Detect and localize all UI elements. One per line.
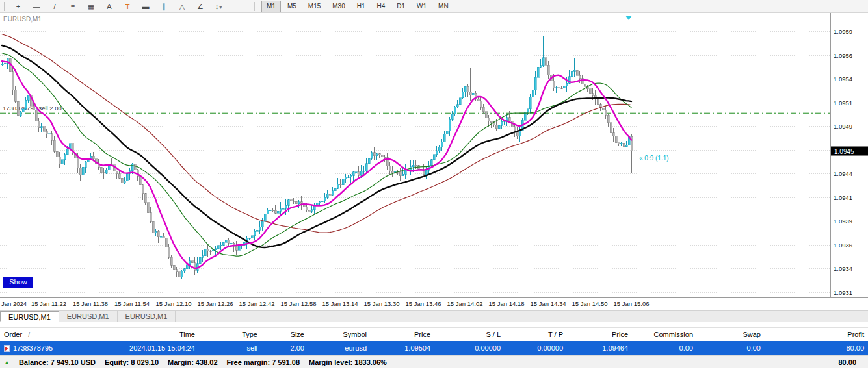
timeframe-m30-button[interactable]: M30 <box>327 1 350 12</box>
chevron-down-icon: ▾ <box>219 5 222 10</box>
svg-text:1.0956: 1.0956 <box>834 52 852 59</box>
svg-text:15 Jan 14:34: 15 Jan 14:34 <box>531 300 566 307</box>
show-button[interactable]: Show <box>3 277 33 288</box>
col-open-price[interactable]: Price <box>371 331 434 338</box>
candles <box>1 36 633 285</box>
cell-profit: 80.00 <box>765 344 868 352</box>
timeframe-h1-button[interactable]: H1 <box>352 1 371 12</box>
chart-area[interactable]: 1.09591.09561.09541.09511.09491.09461.09… <box>0 13 868 310</box>
cell-type: sell <box>199 344 261 352</box>
horizontal-line-icon[interactable]: — <box>28 1 45 12</box>
col-commission[interactable]: Commission <box>632 331 697 338</box>
col-sl[interactable]: S / L <box>434 331 505 338</box>
col-symbol[interactable]: Symbol <box>308 331 371 338</box>
svg-text:1.0936: 1.0936 <box>834 242 852 249</box>
margin-level-text: Margin level: 1833.06% <box>309 359 387 366</box>
svg-text:15 Jan 13:30: 15 Jan 13:30 <box>364 300 400 307</box>
spread-annotation: « 0:9 (1.1) <box>639 155 669 162</box>
svg-text:15 Jan 13:46: 15 Jan 13:46 <box>406 300 441 307</box>
col-profit[interactable]: Profit <box>765 331 868 338</box>
col-size[interactable]: Size <box>261 331 308 338</box>
trade-table: Order / Time Type Size Symbol Price S / … <box>0 327 868 355</box>
cell-current-price: 1.09464 <box>567 344 632 352</box>
sell-position-icon <box>4 345 10 352</box>
timeframe-mn-button[interactable]: MN <box>433 1 454 12</box>
grid <box>0 32 830 293</box>
shift-marker-icon[interactable] <box>625 16 632 20</box>
toolbar-drag-handle[interactable] <box>3 2 6 11</box>
svg-text:15 Jan 11:22: 15 Jan 11:22 <box>31 300 66 307</box>
price-axis: 1.09591.09561.09541.09511.09491.09461.09… <box>834 28 852 296</box>
cell-size: 2.00 <box>261 344 308 352</box>
timeframe-w1-button[interactable]: W1 <box>412 1 432 12</box>
col-time[interactable]: Time <box>90 331 199 338</box>
svg-text:15 Jan 12:42: 15 Jan 12:42 <box>239 300 275 307</box>
sell-order-label: 1738378795 sell 2.00 <box>3 105 62 112</box>
timeframe-h4-button[interactable]: H4 <box>372 1 391 12</box>
chart-symbol-label: EURUSD,M1 <box>3 16 42 23</box>
svg-text:1.0941: 1.0941 <box>834 194 852 201</box>
col-type[interactable]: Type <box>199 331 261 338</box>
timeframe-m1-button[interactable]: M1 <box>261 1 281 12</box>
open-position-row[interactable]: 1738378795 2024.01.15 15:04:24 sell 2.00… <box>0 341 868 355</box>
cell-symbol: eurusd <box>308 344 371 352</box>
toolbar-separator <box>254 2 255 11</box>
arrows-icon[interactable]: ↕▾ <box>210 1 227 12</box>
svg-text:15 Jan 15:06: 15 Jan 15:06 <box>614 300 650 307</box>
equity-text: Equity: 8 029.10 <box>105 359 159 366</box>
rectangle-icon[interactable]: ▬ <box>137 1 154 12</box>
svg-text:1.0931: 1.0931 <box>834 289 852 296</box>
col-swap[interactable]: Swap <box>697 331 765 338</box>
table-gap <box>0 322 868 327</box>
svg-text:15 Jan 14:02: 15 Jan 14:02 <box>447 300 483 307</box>
margin-text: Margin: 438.02 <box>168 359 217 366</box>
fibonacci-icon[interactable]: ≡ <box>64 1 81 12</box>
svg-text:1.0945: 1.0945 <box>834 148 854 155</box>
account-summary-bar: ▲ Balance: 7 949.10 USD Equity: 8 029.10… <box>0 355 868 368</box>
cell-commission: 0.00 <box>632 344 697 352</box>
cell-open-price: 1.09504 <box>371 344 434 352</box>
svg-text:15 Jan 11:38: 15 Jan 11:38 <box>73 300 108 307</box>
text-label-icon[interactable]: T <box>119 1 136 12</box>
order-id-text: 1738378795 <box>13 344 53 352</box>
col-current-price[interactable]: Price <box>567 331 632 338</box>
svg-text:Jan 2024: Jan 2024 <box>1 300 27 307</box>
text-icon[interactable]: A <box>101 1 118 12</box>
equidistant-channel-icon[interactable]: ∥ <box>155 1 172 12</box>
cell-sl: 0.00000 <box>434 344 505 352</box>
grid-icon[interactable]: ▦ <box>83 1 99 12</box>
balance-text: Balance: 7 949.10 USD <box>19 359 96 366</box>
tab-chart-3[interactable]: EURUSD,M1 <box>118 311 176 322</box>
angle-icon[interactable]: ∠ <box>192 1 209 12</box>
timeframe-m15-button[interactable]: M15 <box>303 1 326 12</box>
svg-text:15 Jan 14:50: 15 Jan 14:50 <box>572 300 608 307</box>
col-order-label: Order <box>4 331 22 338</box>
metatrader-window: + — / ≡ ▦ A T ▬ ∥ △ ∠ ↕▾ M1 M5 M15 M30 H… <box>0 0 868 391</box>
svg-text:1.0959: 1.0959 <box>834 28 852 35</box>
cell-order-id: 1738378795 <box>0 344 90 352</box>
svg-text:15 Jan 14:18: 15 Jan 14:18 <box>489 300 525 307</box>
col-order[interactable]: Order / <box>0 331 90 338</box>
col-tp[interactable]: T / P <box>505 331 567 338</box>
timeframe-m5-button[interactable]: M5 <box>282 1 302 12</box>
svg-text:15 Jan 12:10: 15 Jan 12:10 <box>156 300 192 307</box>
trendline-icon[interactable]: / <box>46 1 63 12</box>
arrows-glyph: ↕ <box>215 3 219 10</box>
svg-text:15 Jan 13:14: 15 Jan 13:14 <box>322 300 358 307</box>
cell-swap: 0.00 <box>697 344 765 352</box>
triangle-icon[interactable]: △ <box>174 1 191 12</box>
svg-text:1.0951: 1.0951 <box>834 99 852 107</box>
trade-table-header: Order / Time Type Size Symbol Price S / … <box>0 327 868 341</box>
tab-chart-1[interactable]: EURUSD,M1 <box>0 311 59 322</box>
toolbar: + — / ≡ ▦ A T ▬ ∥ △ ∠ ↕▾ M1 M5 M15 M30 H… <box>0 0 868 13</box>
svg-text:1.0954: 1.0954 <box>834 75 852 82</box>
svg-text:1.0934: 1.0934 <box>834 265 852 272</box>
svg-text:15 Jan 12:58: 15 Jan 12:58 <box>281 300 317 307</box>
svg-text:15 Jan 12:26: 15 Jan 12:26 <box>198 300 233 307</box>
tab-chart-2[interactable]: EURUSD,M1 <box>59 311 118 322</box>
total-profit-text: 80.00 <box>838 359 864 366</box>
timeframe-d1-button[interactable]: D1 <box>391 1 410 12</box>
crosshair-icon[interactable]: + <box>10 1 27 12</box>
price-chart[interactable]: 1.09591.09561.09541.09511.09491.09461.09… <box>0 13 868 310</box>
time-axis: Jan 202415 Jan 11:2215 Jan 11:3815 Jan 1… <box>1 300 649 307</box>
